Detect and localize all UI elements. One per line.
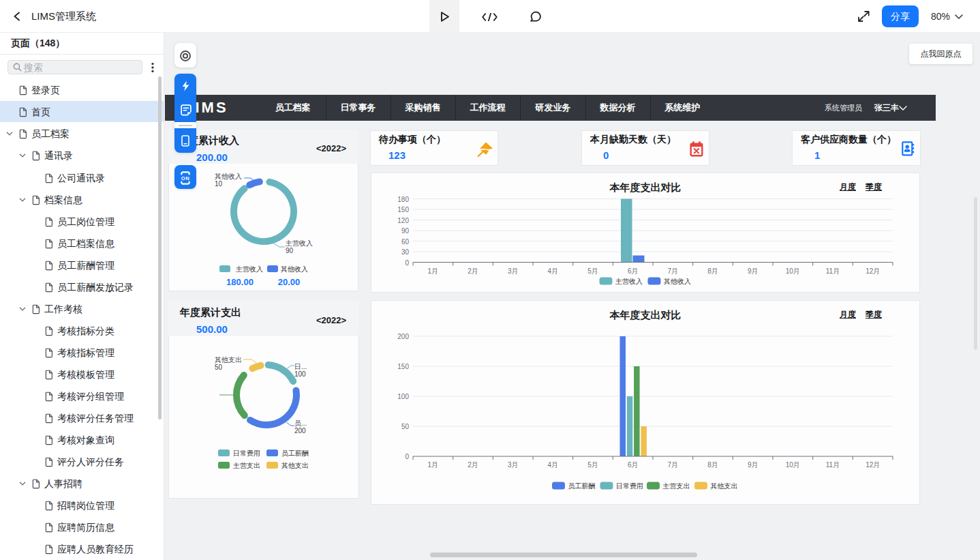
svg-text:5月: 5月 bbox=[587, 461, 598, 469]
svg-text:日...: 日... bbox=[294, 363, 307, 370]
svg-text:60: 60 bbox=[401, 238, 410, 246]
svg-text:12月: 12月 bbox=[866, 461, 880, 469]
svg-text:200: 200 bbox=[397, 333, 409, 340]
svg-text:100: 100 bbox=[397, 393, 409, 400]
svg-text:11月: 11月 bbox=[826, 461, 840, 469]
svg-text:6月: 6月 bbox=[628, 267, 639, 275]
svg-text:11月: 11月 bbox=[826, 267, 840, 275]
svg-text:日常费用: 日常费用 bbox=[233, 450, 260, 457]
svg-text:180.00: 180.00 bbox=[226, 277, 254, 287]
svg-text:其他支出: 其他支出 bbox=[215, 356, 242, 364]
svg-text:50: 50 bbox=[401, 423, 410, 430]
svg-text:4月: 4月 bbox=[548, 461, 559, 469]
svg-text:其他支出: 其他支出 bbox=[711, 482, 738, 490]
svg-text:8月: 8月 bbox=[707, 267, 718, 275]
svg-text:10: 10 bbox=[215, 180, 223, 188]
svg-text:100: 100 bbox=[294, 370, 306, 378]
svg-text:0: 0 bbox=[405, 453, 409, 460]
svg-text:主营支出: 主营支出 bbox=[232, 462, 260, 469]
svg-text:9月: 9月 bbox=[748, 267, 759, 275]
svg-text:120: 120 bbox=[397, 217, 409, 224]
svg-text:90: 90 bbox=[401, 227, 410, 235]
svg-text:150: 150 bbox=[397, 206, 409, 213]
svg-text:12月: 12月 bbox=[866, 267, 880, 275]
svg-text:7月: 7月 bbox=[668, 461, 679, 469]
svg-text:ON: ON bbox=[181, 175, 189, 181]
svg-text:20.00: 20.00 bbox=[278, 277, 301, 287]
svg-text:其他收入: 其他收入 bbox=[664, 278, 691, 285]
svg-text:2月: 2月 bbox=[468, 267, 478, 275]
svg-text:30: 30 bbox=[401, 248, 410, 256]
svg-text:1月: 1月 bbox=[428, 267, 439, 275]
svg-text:日常费用: 日常费用 bbox=[616, 482, 643, 490]
svg-text:主营收入: 主营收入 bbox=[235, 265, 263, 273]
svg-text:员工薪酬: 员工薪酬 bbox=[568, 482, 596, 490]
svg-text:其他收入: 其他收入 bbox=[281, 265, 308, 273]
svg-text:主营收入: 主营收入 bbox=[285, 239, 313, 247]
svg-text:主营收入: 主营收入 bbox=[615, 278, 643, 285]
svg-text:员...: 员... bbox=[294, 419, 307, 427]
svg-text:10月: 10月 bbox=[786, 461, 800, 469]
svg-text:2月: 2月 bbox=[468, 461, 478, 469]
svg-text:5月: 5月 bbox=[587, 267, 598, 275]
svg-text:9月: 9月 bbox=[748, 461, 759, 469]
svg-text:180: 180 bbox=[397, 196, 409, 203]
svg-text:200: 200 bbox=[294, 427, 306, 434]
svg-text:主营支出: 主营支出 bbox=[662, 482, 690, 490]
svg-text:其他收入: 其他收入 bbox=[215, 173, 242, 180]
svg-text:8月: 8月 bbox=[707, 461, 718, 469]
svg-text:7月: 7月 bbox=[668, 267, 679, 275]
svg-text:1月: 1月 bbox=[428, 461, 439, 469]
svg-text:员工薪酬: 员工薪酬 bbox=[281, 450, 309, 457]
svg-text:10月: 10月 bbox=[786, 267, 800, 275]
svg-text:90: 90 bbox=[286, 247, 294, 254]
svg-text:6月: 6月 bbox=[628, 461, 639, 469]
svg-text:150: 150 bbox=[397, 363, 409, 370]
svg-text:3月: 3月 bbox=[508, 461, 519, 469]
svg-text:其他支出: 其他支出 bbox=[281, 462, 309, 469]
svg-text:0: 0 bbox=[405, 259, 409, 267]
svg-text:50: 50 bbox=[215, 364, 223, 371]
svg-text:3月: 3月 bbox=[508, 267, 519, 275]
svg-text:4月: 4月 bbox=[548, 267, 559, 275]
